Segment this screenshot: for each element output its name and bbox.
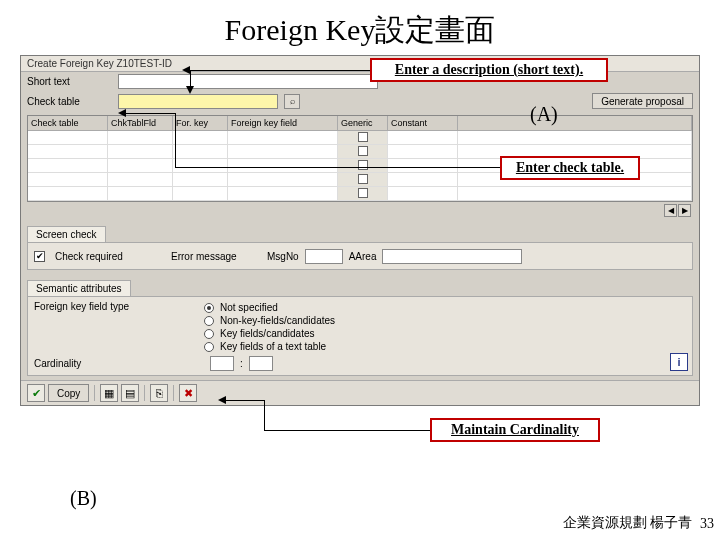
radio-text-table[interactable] — [204, 342, 214, 352]
cardinality-label: Cardinality — [34, 358, 204, 369]
info-icon[interactable]: i — [670, 353, 688, 371]
marker-b: (B) — [70, 487, 97, 510]
generate-proposal-button[interactable]: Generate proposal — [592, 93, 693, 109]
generic-checkbox[interactable] — [358, 160, 368, 170]
toolbar-icon-3[interactable]: ⎘ — [150, 384, 168, 402]
slide-footer: 企業資源規劃 楊子青 — [563, 514, 693, 532]
dialog-toolbar: ✔ Copy ▦ ▤ ⎘ ✖ — [21, 380, 699, 405]
slide-page-number: 33 — [700, 516, 714, 532]
error-message-label: Error message — [171, 251, 261, 262]
leader-line — [190, 70, 191, 86]
generic-checkbox[interactable] — [358, 174, 368, 184]
radio-label: Not specified — [220, 302, 278, 313]
col-chktablfld: ChkTablFld — [108, 116, 173, 131]
col-spacer — [458, 116, 692, 131]
arrowhead-icon — [118, 109, 126, 117]
slide-title: Foreign Key設定畫面 — [0, 0, 720, 55]
cardinality-left-input[interactable] — [210, 356, 234, 371]
short-text-input[interactable] — [118, 74, 378, 89]
msgno-input[interactable] — [305, 249, 343, 264]
cancel-button[interactable]: ✖ — [179, 384, 197, 402]
generic-checkbox[interactable] — [358, 146, 368, 156]
leader-line — [175, 167, 500, 168]
aarea-label: AArea — [349, 251, 377, 262]
copy-button[interactable]: Copy — [48, 384, 89, 402]
screen-check-panel: ✔ Check required Error message MsgNo AAr… — [27, 242, 693, 270]
col-generic: Generic — [338, 116, 388, 131]
check-table-input[interactable] — [118, 94, 278, 109]
leader-line — [264, 430, 430, 431]
toolbar-icon-1[interactable]: ▦ — [100, 384, 118, 402]
callout-cardinality: Maintain Cardinality — [430, 418, 600, 442]
f4-help-icon[interactable]: ⌕ — [284, 94, 300, 109]
leader-line — [226, 400, 264, 401]
scroll-right-icon[interactable]: ▶ — [678, 204, 691, 217]
radio-key[interactable] — [204, 329, 214, 339]
generic-checkbox[interactable] — [358, 188, 368, 198]
marker-a: (A) — [530, 103, 558, 126]
radio-label: Non-key-fields/candidates — [220, 315, 335, 326]
leader-line — [126, 113, 176, 114]
radio-label: Key fields of a text table — [220, 341, 326, 352]
table-row[interactable] — [28, 187, 692, 201]
check-required-label: Check required — [55, 251, 165, 262]
col-check-table: Check table — [28, 116, 108, 131]
generic-checkbox[interactable] — [358, 132, 368, 142]
leader-line — [175, 113, 176, 168]
screen-check-tab: Screen check — [27, 226, 106, 242]
radio-nonkey[interactable] — [204, 316, 214, 326]
callout-short-text: Enter a description (short text). — [370, 58, 608, 82]
check-required-checkbox[interactable]: ✔ — [34, 251, 45, 262]
radio-label: Key fields/candidates — [220, 328, 315, 339]
semantic-attributes-tab: Semantic attributes — [27, 280, 131, 296]
callout-check-table: Enter check table. — [500, 156, 640, 180]
short-text-label: Short text — [27, 76, 112, 87]
separator — [94, 385, 95, 401]
arrowhead-icon — [218, 396, 226, 404]
colon-sep: : — [240, 358, 243, 369]
check-table-label: Check table — [27, 96, 112, 107]
table-row[interactable] — [28, 131, 692, 145]
toolbar-icon-2[interactable]: ▤ — [121, 384, 139, 402]
scroll-left-icon[interactable]: ◀ — [664, 204, 677, 217]
arrowhead-icon — [182, 66, 190, 74]
sap-dialog-frame: Create Foreign Key Z10TEST-ID Short text… — [20, 55, 700, 406]
col-foreign-key-field: Foreign key field — [228, 116, 338, 131]
semantic-attributes-panel: Foreign key field type Not specified Non… — [27, 296, 693, 376]
cardinality-right-input[interactable] — [249, 356, 273, 371]
msgno-label: MsgNo — [267, 251, 299, 262]
col-constant: Constant — [388, 116, 458, 131]
arrowhead-icon — [186, 86, 194, 94]
radio-not-specified[interactable] — [204, 303, 214, 313]
leader-line — [264, 400, 265, 430]
col-for-key: For. key — [173, 116, 228, 131]
leader-line — [190, 70, 370, 71]
separator — [144, 385, 145, 401]
ok-button[interactable]: ✔ — [27, 384, 45, 402]
separator — [173, 385, 174, 401]
fk-field-type-label: Foreign key field type — [34, 301, 204, 353]
aarea-input[interactable] — [382, 249, 522, 264]
